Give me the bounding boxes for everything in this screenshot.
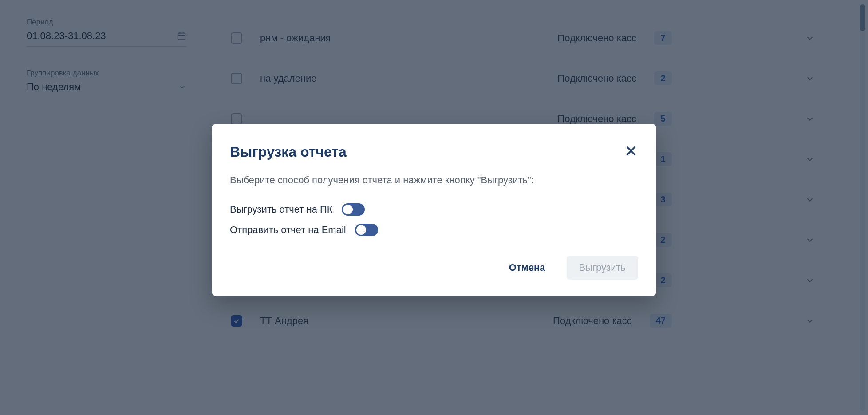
cancel-button[interactable]: Отмена (497, 256, 558, 280)
submit-button[interactable]: Выгрузить (567, 256, 638, 280)
close-icon[interactable] (624, 144, 638, 158)
toggle-knob (356, 225, 366, 235)
toggle-knob (343, 205, 353, 214)
toggle-download-pc[interactable] (342, 203, 365, 216)
modal-overlay[interactable]: Выгрузка отчета Выберите способ получени… (0, 0, 868, 415)
export-modal: Выгрузка отчета Выберите способ получени… (212, 124, 656, 296)
option-download-pc: Выгрузить отчет на ПК (230, 203, 638, 216)
modal-subtitle: Выберите способ получения отчета и нажми… (230, 173, 638, 187)
modal-header: Выгрузка отчета (230, 144, 638, 160)
option-send-email: Отправить отчет на Email (230, 224, 638, 236)
modal-title: Выгрузка отчета (230, 144, 347, 160)
option-send-email-label: Отправить отчет на Email (230, 224, 346, 236)
modal-footer: Отмена Выгрузить (230, 256, 638, 280)
toggle-send-email[interactable] (355, 224, 378, 236)
option-download-pc-label: Выгрузить отчет на ПК (230, 204, 333, 215)
